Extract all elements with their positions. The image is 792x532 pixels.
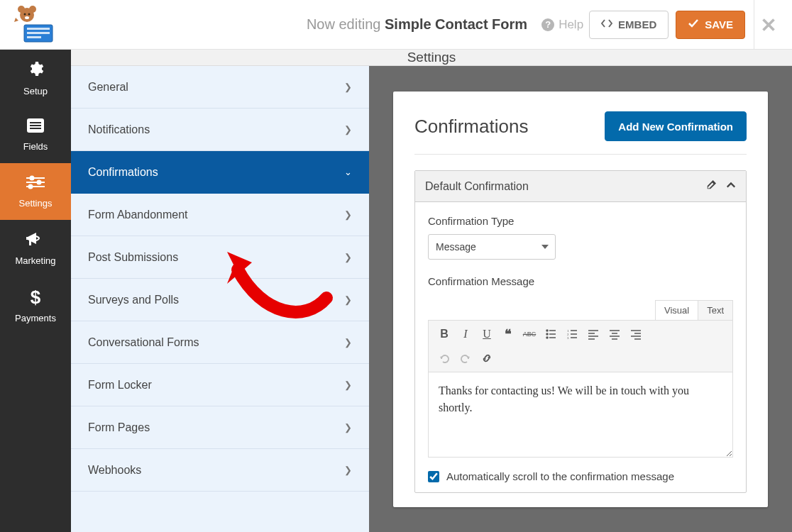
strikethrough-button[interactable]: ABC (519, 325, 539, 343)
auto-scroll-label: Automatically scroll to the confirmation… (446, 470, 674, 482)
nav-rail: Setup Fields Settings (0, 50, 71, 532)
settings-item-webhooks[interactable]: Webhooks ❯ (71, 449, 369, 492)
confirmation-message-label: Confirmation Message (428, 275, 733, 287)
rail-item-payments[interactable]: $ Payments (0, 277, 71, 333)
settings-item-form-locker[interactable]: Form Locker ❯ (71, 364, 369, 406)
list-icon (27, 118, 44, 137)
quote-button[interactable]: ❝ (498, 325, 518, 343)
dollar-icon: $ (31, 287, 40, 309)
svg-point-19 (29, 184, 33, 188)
chevron-right-icon: ❯ (344, 337, 352, 348)
message-editor[interactable]: Thanks for contacting us! We will be in … (428, 372, 733, 458)
rail-item-settings[interactable]: Settings (0, 163, 71, 220)
align-left-button[interactable] (583, 325, 603, 343)
panel-wrap: Confirmations Add New Confirmation Defau… (369, 66, 792, 532)
form-name: Simple Contact Form (385, 16, 527, 32)
chevron-down-icon: ⌄ (344, 167, 352, 177)
auto-scroll-input[interactable] (428, 471, 439, 482)
undo-button[interactable] (434, 349, 454, 367)
settings-item-label: Form Locker (88, 379, 152, 392)
settings-item-post-submissions[interactable]: Post Submissions ❯ (71, 236, 369, 279)
rail-label: Payments (15, 313, 56, 323)
editing-title: Now editing Simple Contact Form ? Help (71, 16, 589, 33)
bullhorn-icon (26, 231, 45, 251)
svg-rect-8 (27, 32, 50, 34)
settings-item-label: Webhooks (88, 464, 141, 477)
rail-label: Settings (19, 198, 53, 209)
svg-rect-20 (26, 237, 28, 240)
embed-button[interactable]: EMBED (589, 11, 669, 39)
settings-item-form-pages[interactable]: Form Pages ❯ (71, 406, 369, 449)
rail-item-fields[interactable]: Fields (0, 106, 71, 163)
rail-label: Marketing (15, 255, 55, 266)
rail-label: Fields (23, 141, 48, 152)
collapse-icon[interactable] (726, 180, 736, 193)
confirmation-card: Default Confirmation Co (414, 170, 747, 493)
bullet-list-button[interactable] (541, 325, 561, 343)
settings-item-label: Form Abandonment (88, 209, 188, 221)
card-body: Confirmation Type Message Confirmation M… (415, 202, 746, 492)
check-icon (688, 18, 699, 31)
numbered-list-button[interactable]: 123 (562, 325, 582, 343)
sliders-icon (26, 175, 45, 194)
settings-item-label: Post Submissions (88, 251, 178, 264)
svg-point-3 (24, 13, 26, 15)
chevron-right-icon: ❯ (344, 465, 352, 475)
settings-item-notifications[interactable]: Notifications ❯ (71, 109, 369, 151)
chevron-right-icon: ❯ (344, 252, 352, 262)
help-label: Help (559, 18, 583, 32)
save-button[interactable]: SAVE (676, 11, 745, 39)
edit-icon[interactable] (706, 180, 716, 193)
add-confirmation-button[interactable]: Add New Confirmation (605, 111, 747, 141)
settings-item-surveys-polls[interactable]: Surveys and Polls ❯ (71, 279, 369, 321)
editor-tab-visual[interactable]: Visual (655, 300, 698, 320)
svg-rect-7 (27, 28, 50, 30)
svg-point-26 (546, 337, 548, 338)
link-button[interactable] (477, 349, 497, 367)
confirmation-type-select[interactable]: Message (428, 234, 556, 260)
help-icon: ? (541, 18, 554, 31)
chevron-right-icon: ❯ (344, 379, 352, 390)
main-area: Setup Fields Settings (0, 50, 792, 532)
card-header[interactable]: Default Confirmation (415, 171, 746, 202)
editor-tab-text[interactable]: Text (698, 300, 733, 320)
embed-label: EMBED (618, 18, 656, 31)
settings-item-label: Conversational Forms (88, 336, 199, 349)
redo-button[interactable] (456, 349, 475, 367)
underline-button[interactable]: U (477, 325, 497, 343)
auto-scroll-checkbox[interactable]: Automatically scroll to the confirmation… (428, 470, 733, 482)
svg-point-24 (546, 333, 548, 335)
settings-item-general[interactable]: General ❯ (71, 66, 369, 109)
svg-point-4 (28, 13, 31, 15)
settings-list: General ❯ Notifications ❯ Confirmations … (71, 66, 369, 532)
align-right-button[interactable] (626, 325, 646, 343)
settings-item-confirmations[interactable]: Confirmations ⌄ (71, 151, 369, 194)
close-button[interactable] (754, 0, 782, 50)
chevron-right-icon: ❯ (344, 209, 352, 220)
settings-item-form-abandonment[interactable]: Form Abandonment ❯ (71, 194, 369, 236)
editor-toolbar: B I U ❝ ABC 123 (428, 320, 733, 372)
content: Settings General ❯ Notifications ❯ Confi… (71, 50, 792, 532)
settings-item-label: General (88, 81, 128, 94)
italic-button[interactable]: I (456, 325, 475, 343)
save-label: SAVE (705, 18, 733, 31)
bold-button[interactable]: B (434, 325, 454, 343)
rail-item-setup[interactable]: Setup (0, 50, 71, 106)
rail-item-marketing[interactable]: Marketing (0, 220, 71, 277)
svg-point-15 (31, 176, 34, 179)
rail-label: Setup (23, 86, 48, 96)
help-link[interactable]: ? Help (541, 18, 583, 32)
svg-point-2 (29, 6, 36, 13)
now-editing-label: Now editing (307, 16, 381, 32)
settings-item-label: Form Pages (88, 421, 150, 434)
editor-tabs: Visual Text (428, 300, 733, 320)
settings-item-conversational-forms[interactable]: Conversational Forms ❯ (71, 321, 369, 364)
svg-point-5 (25, 16, 29, 19)
settings-item-label: Confirmations (88, 166, 158, 179)
content-title: Settings (71, 50, 792, 66)
gear-icon (27, 60, 44, 82)
panel-title: Confirmations (414, 116, 528, 138)
svg-point-1 (18, 6, 25, 13)
align-center-button[interactable] (605, 325, 625, 343)
chevron-right-icon: ❯ (344, 124, 352, 135)
